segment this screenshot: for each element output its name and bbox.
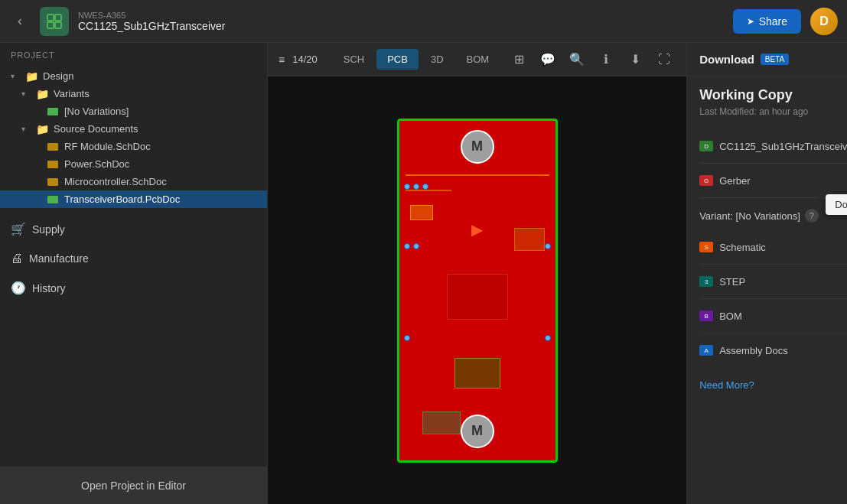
tree-item-label: [No Variations]: [64, 106, 129, 117]
tree-item-rf-module[interactable]: RF Module.SchDoc: [0, 138, 267, 155]
viewer-tabs: SCH PCB 3D BOM: [333, 49, 500, 70]
tab-pcb[interactable]: PCB: [376, 49, 419, 70]
tab-sch[interactable]: SCH: [333, 49, 375, 70]
download-panel: Download BETA ✕ Working Copy Last Modifi…: [686, 43, 847, 504]
manufacture-icon: 🖨: [11, 252, 23, 265]
comment-icon[interactable]: 💬: [536, 48, 559, 71]
file-icon: [46, 177, 60, 187]
svg-rect-0: [47, 15, 54, 21]
panel-title-area: Download BETA: [699, 53, 789, 66]
file-icon-assembly-docs: A: [699, 345, 713, 356]
section-label: Manufacture: [29, 252, 89, 265]
download-row-left: 3 STEP: [699, 276, 745, 288]
app-icon: [40, 7, 69, 36]
folder-icon: 📁: [24, 71, 38, 82]
working-copy-title: Working Copy: [699, 87, 847, 103]
download-row-left: S Schematic: [699, 242, 766, 253]
file-icon-step: 3: [699, 276, 713, 287]
open-editor-button[interactable]: Open Project in Editor: [0, 467, 267, 504]
need-more-section: Need More?: [699, 378, 847, 392]
toolbar-icons: ⊞ 💬 🔍 ℹ ⬇ ⛶: [507, 48, 676, 71]
pcb-canvas: M M ▶: [268, 76, 686, 504]
download-row-left: D CC1125_Sub1GHzTransceiver: [699, 141, 847, 152]
sidebar-item-history[interactable]: 🕐 History: [0, 273, 267, 303]
project-title: CC1125_Sub1GHzTransceiver: [78, 20, 225, 32]
variant-label: Variant: [No Variations]: [699, 210, 800, 222]
project-subtitle: NWES-A365: [78, 11, 225, 20]
history-icon: 🕐: [11, 281, 26, 295]
download-row-schematic[interactable]: S Schematic ⬇: [699, 230, 847, 265]
file-icon: [46, 159, 60, 170]
avatar[interactable]: D: [810, 8, 838, 35]
svg-rect-1: [55, 15, 61, 21]
tree-item-label: Power.SchDoc: [64, 158, 129, 170]
download-item-name: BOM: [719, 311, 742, 322]
need-more-link[interactable]: Need More?: [699, 379, 754, 391]
tree-item-no-variations[interactable]: [No Variations]: [0, 102, 267, 120]
tree-item-power[interactable]: Power.SchDoc: [0, 155, 267, 173]
viewer: ≡ 14/20 SCH PCB 3D BOM ⊞ 💬 🔍 ℹ ⬇ ⛶: [268, 43, 686, 504]
sidebar-item-supply[interactable]: 🛒 Supply: [0, 214, 267, 244]
viewer-toolbar: ≡ 14/20 SCH PCB 3D BOM ⊞ 💬 🔍 ℹ ⬇ ⛶: [268, 43, 686, 76]
variant-header: Variant: [No Variations] ?: [699, 209, 847, 223]
file-icon: [46, 141, 60, 152]
sidebar-header: PROJECT: [0, 43, 267, 67]
sidebar-footer: Open Project in Editor: [0, 467, 267, 504]
last-modified: Last Modified: an hour ago: [699, 106, 847, 117]
pcb-board: M M ▶: [397, 119, 558, 463]
tab-3d[interactable]: 3D: [420, 49, 454, 70]
layer-info: 14/20: [292, 54, 318, 65]
panel-header: Download BETA ✕: [687, 43, 847, 76]
file-icon-bom: B: [699, 311, 713, 321]
svg-rect-3: [55, 22, 61, 28]
download-row-cc1125[interactable]: D CC1125_Sub1GHzTransceiver ⬇: [699, 129, 847, 164]
fullscreen-icon[interactable]: ⛶: [653, 48, 676, 71]
download-item-name: STEP: [719, 276, 745, 288]
download-item-name: CC1125_Sub1GHzTransceiver: [719, 141, 847, 152]
sidebar-item-manufacture[interactable]: 🖨 Manufacture: [0, 244, 267, 273]
tree-item-label: RF Module.SchDoc: [64, 141, 151, 152]
tree-item-source-docs[interactable]: ▾ 📁 Source Documents: [0, 120, 267, 138]
folder-icon: 📁: [35, 124, 49, 135]
back-button[interactable]: ‹: [9, 11, 31, 32]
topbar: ‹ NWES-A365 CC1125_Sub1GHzTransceiver Sh…: [0, 0, 847, 43]
search-icon[interactable]: 🔍: [565, 48, 588, 71]
tree-item-design[interactable]: ▾ 📁 Design: [0, 67, 267, 85]
tree-item-label: Source Documents: [54, 123, 138, 135]
download-row-gerber[interactable]: G Gerber ⬇ Download: [699, 164, 847, 198]
info-icon[interactable]: ℹ: [595, 48, 617, 71]
download-item-name: Gerber: [719, 175, 750, 187]
panel-title: Download: [699, 53, 754, 66]
schematic-icon: [46, 106, 60, 117]
download-row-step[interactable]: 3 STEP ⬇: [699, 265, 847, 299]
align-icon[interactable]: ⊞: [507, 48, 530, 71]
variant-help-button[interactable]: ?: [805, 209, 819, 223]
download-item-name: Assembly Docs: [719, 345, 788, 356]
download-row-bom[interactable]: B BOM ⬇: [699, 299, 847, 333]
chevron-icon: ▾: [21, 125, 31, 133]
tree-item-label: Microcontroller.SchDoc: [64, 176, 167, 187]
download-row-left: A Assembly Docs: [699, 345, 788, 356]
folder-icon: 📁: [35, 89, 49, 99]
share-button[interactable]: Share: [733, 9, 801, 34]
pcb-icon: [46, 194, 60, 205]
tab-bom[interactable]: BOM: [456, 49, 500, 70]
download-row-left: G Gerber: [699, 175, 750, 187]
sidebar: PROJECT ▾ 📁 Design ▾ 📁 Variants [No Vari…: [0, 43, 268, 504]
pcb-badge-top: M: [461, 130, 494, 164]
section-label: History: [32, 282, 66, 294]
supply-icon: 🛒: [11, 222, 26, 236]
file-icon-cc1125: D: [699, 141, 713, 151]
tree-item-microcontroller[interactable]: Microcontroller.SchDoc: [0, 173, 267, 190]
download-row-assembly-docs[interactable]: A Assembly Docs ⬇: [699, 333, 847, 367]
svg-rect-2: [47, 22, 54, 28]
beta-badge: BETA: [761, 54, 789, 65]
pcb-badge-bottom: M: [461, 415, 494, 448]
file-icon-schematic: S: [699, 242, 713, 252]
project-titles: NWES-A365 CC1125_Sub1GHzTransceiver: [78, 11, 225, 32]
download-icon[interactable]: ⬇: [624, 48, 647, 71]
chevron-icon: ▾: [21, 89, 31, 98]
tree-item-transceiver-pcb[interactable]: TransceiverBoard.PcbDoc: [0, 190, 267, 208]
tree-item-variants[interactable]: ▾ 📁 Variants: [0, 85, 267, 102]
layer-stack-icon: ≡: [279, 54, 285, 66]
